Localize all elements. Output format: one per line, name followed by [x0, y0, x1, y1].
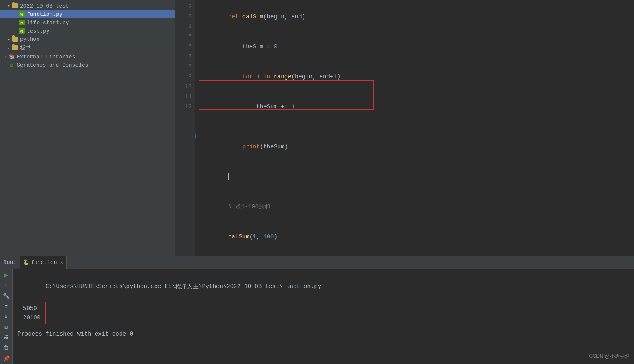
output-line-1: 5050 [23, 304, 40, 313]
sidebar-item-ext-libs[interactable]: 📚 External Libraries [0, 53, 175, 61]
code-line-10: # 求1-200的和 [200, 252, 634, 256]
sidebar-item-label: life_start.py [27, 20, 69, 26]
library-icon: 📚 [8, 53, 15, 60]
folder-icon [12, 45, 18, 51]
output-finish: Process finished with exit code 0 [18, 329, 629, 339]
run-sidebar: ▶ ↑ 🔧 ≡ ⬇ ⊞ 🖨 🗑 📌 [0, 269, 13, 364]
expand-arrow [7, 46, 11, 50]
sidebar-item-function-py[interactable]: py function.py [0, 10, 175, 18]
sidebar: 2022_10_03_test py function.py py life_s… [0, 0, 175, 256]
py-icon: py [18, 11, 25, 18]
line-numbers: 2 3 4 5 6 7 8 9 10 11 12 [175, 0, 195, 256]
code-line-3: theSum = 0 [200, 32, 634, 62]
run-output: C:\Users\HUNTE\Scripts\python.exe E:\程序人… [13, 269, 634, 364]
csdn-watermark: CSDN @小唐学浩 [589, 353, 630, 360]
run-content: ▶ ↑ 🔧 ≡ ⬇ ⊞ 🖨 🗑 📌 C:\Users\HUNTE\Scripts… [0, 269, 634, 364]
sidebar-item-board[interactable]: 板书 [0, 43, 175, 53]
sidebar-item-label: External Libraries [17, 54, 75, 60]
run-align-button[interactable]: ≡ [2, 303, 10, 311]
code-editor[interactable]: def calSum(begin, end): theSum = 0 for i… [195, 0, 634, 256]
sidebar-item-scratches[interactable]: ⚙ Scratches and Consoles [0, 61, 175, 69]
leaf-arrow [3, 63, 8, 67]
code-line-4: for i in range(begin, end+1): [200, 62, 634, 92]
run-wrench-button[interactable]: 🔧 [2, 292, 10, 300]
py-icon: py [18, 28, 25, 34]
output-command: C:\Users\HUNTE\Scripts\python.exe E:\程序人… [18, 271, 629, 300]
run-grid-button[interactable]: ⊞ [2, 324, 10, 331]
py-icon: py [18, 19, 25, 26]
editor-area: 2 3 4 5 6 7 8 9 10 11 12 def calSum(begi… [175, 0, 634, 256]
run-panel: Run: 🐍 function ✕ ▶ ↑ 🔧 ≡ ⬇ ⊞ 🖨 🗑 📌 C:\U… [0, 256, 634, 364]
folder-icon [12, 36, 18, 43]
leaf-arrow [13, 20, 18, 25]
code-line-2: def calSum(begin, end): [200, 2, 634, 32]
expand-arrow [3, 55, 8, 59]
run-label: Run: [3, 259, 16, 266]
run-tab[interactable]: 🐍 function ✕ [20, 256, 66, 269]
run-play-button[interactable]: ▶ [2, 271, 10, 279]
run-tab-label: function [31, 259, 57, 266]
run-download-button[interactable]: ⬇ [2, 313, 10, 321]
run-pin-button[interactable]: 📌 [2, 354, 10, 362]
run-tab-close[interactable]: ✕ [60, 260, 63, 265]
sidebar-item-label: function.py [27, 11, 63, 18]
sidebar-item-root-folder[interactable]: 2022_10_03_test [0, 2, 175, 10]
sidebar-item-python[interactable]: python [0, 35, 175, 43]
leaf-arrow [13, 12, 18, 16]
sidebar-item-test-py[interactable]: py test.py [0, 27, 175, 35]
main-area: 2022_10_03_test py function.py py life_s… [0, 0, 634, 256]
sidebar-item-label: Scratches and Consoles [17, 62, 88, 68]
run-up-button[interactable]: ↑ [2, 282, 10, 290]
output-result-box: 5050 20100 [18, 302, 46, 324]
sidebar-item-life-start-py[interactable]: py life_start.py [0, 18, 175, 27]
code-line-8: # 求1-100的和 [200, 192, 634, 222]
sidebar-item-label: 板书 [20, 44, 31, 52]
scratch-icon: ⚙ [8, 62, 15, 68]
sidebar-item-label: test.py [27, 28, 50, 34]
run-print-button[interactable]: 🖨 [2, 334, 10, 341]
expand-arrow [7, 37, 11, 41]
sidebar-item-label: 2022_10_03_test [20, 3, 69, 9]
code-line-6: 🔵 print(theSum) [200, 122, 634, 162]
expand-arrow [7, 4, 11, 8]
leaf-arrow [13, 29, 18, 33]
sidebar-item-label: python [20, 36, 40, 43]
code-line-5: theSum += i [200, 92, 634, 122]
output-line-2: 20100 [23, 313, 40, 322]
run-trash-button[interactable]: 🗑 [2, 344, 10, 352]
code-line-9: calSum(1, 100) [200, 222, 634, 252]
run-header: Run: 🐍 function ✕ [0, 256, 634, 269]
folder-icon [12, 3, 18, 9]
code-line-7 [200, 162, 634, 192]
